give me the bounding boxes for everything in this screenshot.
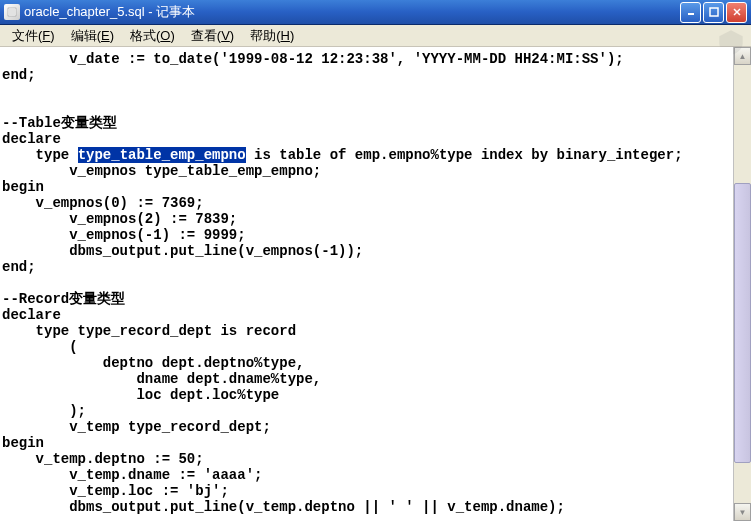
- code-line: dname dept.dname%type,: [2, 371, 731, 387]
- code-line: v_temp.loc := 'bj';: [2, 483, 731, 499]
- menu-help[interactable]: 帮助(H): [242, 25, 302, 47]
- menu-view[interactable]: 查看(V): [183, 25, 242, 47]
- code-line: end;: [2, 259, 731, 275]
- window-title: oracle_chapter_5.sql - 记事本: [24, 3, 680, 21]
- code-line: --Table变量类型: [2, 115, 731, 131]
- code-line: dbms_output.put_line(v_temp.deptno || ' …: [2, 499, 731, 515]
- code-line: );: [2, 403, 731, 419]
- code-line: v_date := to_date('1999-08-12 12:23:38',…: [2, 51, 731, 67]
- text-selection: type_table_emp_empno: [78, 147, 246, 163]
- menu-file[interactable]: 文件(F): [4, 25, 63, 47]
- scroll-track[interactable]: [734, 65, 751, 503]
- code-line: (: [2, 339, 731, 355]
- menubar: 文件(F) 编辑(E) 格式(O) 查看(V) 帮助(H): [0, 25, 751, 47]
- code-line: dbms_output.put_line(v_empnos(-1));: [2, 243, 731, 259]
- code-line: type type_table_emp_empno is table of em…: [2, 147, 731, 163]
- svg-rect-5: [710, 8, 718, 16]
- code-line: --Record变量类型: [2, 291, 731, 307]
- code-line: loc dept.loc%type: [2, 387, 731, 403]
- scroll-up-button[interactable]: ▲: [734, 47, 751, 65]
- menu-edit[interactable]: 编辑(E): [63, 25, 122, 47]
- close-button[interactable]: [726, 2, 747, 23]
- code-line: v_temp.deptno := 50;: [2, 451, 731, 467]
- code-line: v_empnos(0) := 7369;: [2, 195, 731, 211]
- code-line: v_empnos type_table_emp_empno;: [2, 163, 731, 179]
- menu-format[interactable]: 格式(O): [122, 25, 183, 47]
- code-line: v_empnos(-1) := 9999;: [2, 227, 731, 243]
- code-line: [2, 83, 731, 99]
- code-line: [2, 99, 731, 115]
- maximize-button[interactable]: [703, 2, 724, 23]
- code-line: declare: [2, 131, 731, 147]
- titlebar: oracle_chapter_5.sql - 记事本: [0, 0, 751, 25]
- code-line: deptno dept.deptno%type,: [2, 355, 731, 371]
- scroll-thumb[interactable]: [734, 183, 751, 463]
- vertical-scrollbar: ▲ ▼: [733, 47, 751, 521]
- text-editor[interactable]: v_date := to_date('1999-08-12 12:23:38',…: [0, 47, 733, 521]
- notepad-icon: [4, 4, 20, 20]
- window-controls: [680, 2, 747, 23]
- code-line: end;: [2, 67, 731, 83]
- code-line: begin: [2, 435, 731, 451]
- code-line: type type_record_dept is record: [2, 323, 731, 339]
- code-line: declare: [2, 307, 731, 323]
- code-line: [2, 275, 731, 291]
- code-line: v_temp type_record_dept;: [2, 419, 731, 435]
- scroll-down-button[interactable]: ▼: [734, 503, 751, 521]
- minimize-button[interactable]: [680, 2, 701, 23]
- code-line: v_empnos(2) := 7839;: [2, 211, 731, 227]
- code-line: begin: [2, 179, 731, 195]
- editor-wrap: v_date := to_date('1999-08-12 12:23:38',…: [0, 47, 751, 521]
- code-line: v_temp.dname := 'aaaa';: [2, 467, 731, 483]
